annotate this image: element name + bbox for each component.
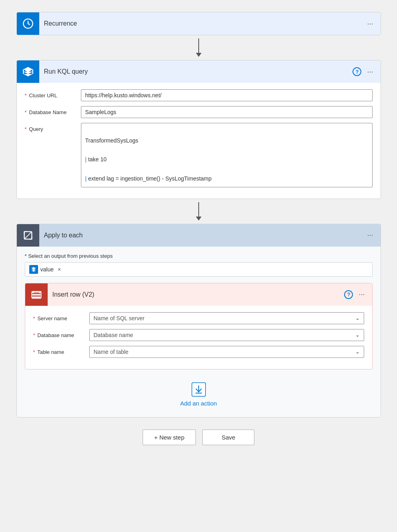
server-field-row: * Server name Name of SQL server ⌄	[33, 312, 364, 324]
bottom-buttons: + New step Save	[143, 430, 254, 445]
insert-header: Insert row (V2) ? ···	[25, 283, 372, 306]
db-name-select[interactable]: Database name ⌄	[89, 329, 364, 341]
insert-actions: ? ···	[339, 289, 372, 300]
cluster-field-row: * Cluster URL	[25, 89, 373, 101]
kql-more-button[interactable]: ···	[365, 66, 375, 78]
query-input[interactable]: TransformedSysLogs | take 10 | extend la…	[81, 123, 373, 187]
add-action-icon	[191, 381, 207, 397]
server-label: * Server name	[33, 312, 89, 321]
arrow-2	[196, 199, 202, 224]
arrow-line	[198, 38, 199, 53]
table-chevron-icon: ⌄	[355, 349, 360, 355]
apply-header: Apply to each ···	[17, 224, 381, 247]
table-label: * Table name	[33, 346, 89, 355]
query-field-row: * Query TransformedSysLogs | take 10 | e…	[25, 123, 373, 187]
apply-to-each-card: Apply to each ··· * Select an output fro…	[16, 224, 381, 418]
insert-icon	[25, 283, 48, 306]
apply-title: Apply to each	[39, 232, 360, 239]
kql-card: Run KQL query ? ··· * Cluster URL * Data…	[16, 60, 381, 199]
insert-body: * Server name Name of SQL server ⌄ * Dat…	[25, 306, 372, 369]
save-button[interactable]: Save	[202, 430, 254, 445]
arrow-head	[196, 53, 202, 57]
new-step-button[interactable]: + New step	[143, 430, 196, 445]
apply-actions: ···	[360, 229, 380, 241]
add-action-button[interactable]: Add an action	[180, 381, 217, 407]
cluster-label: * Cluster URL	[25, 89, 81, 98]
insert-row-card: Insert row (V2) ? ··· * Server name Name…	[25, 283, 373, 369]
insert-help-button[interactable]: ?	[344, 290, 353, 299]
insert-more-button[interactable]: ···	[357, 289, 366, 300]
apply-more-button[interactable]: ···	[365, 229, 375, 241]
flow-container: Recurrence ··· Run KQL query ?	[16, 12, 381, 445]
kql-help-button[interactable]: ?	[353, 67, 361, 76]
db-name-field-row: * Database name Database name ⌄	[33, 329, 364, 341]
cluster-required: *	[25, 92, 27, 98]
server-placeholder: Name of SQL server	[94, 315, 145, 321]
kql-icon	[17, 60, 39, 83]
apply-icon	[17, 224, 39, 247]
server-select[interactable]: Name of SQL server ⌄	[89, 312, 364, 324]
add-action-label: Add an action	[180, 400, 217, 407]
kql-header: Run KQL query ? ···	[17, 60, 381, 83]
table-select[interactable]: Name of table ⌄	[89, 346, 364, 358]
server-required: *	[33, 315, 35, 321]
recurrence-title: Recurrence	[39, 20, 360, 27]
database-field-row: * Database Name	[25, 106, 373, 118]
query-required: *	[25, 126, 27, 132]
recurrence-more-button[interactable]: ···	[365, 18, 375, 30]
query-line1: TransformedSysLogs	[85, 137, 139, 144]
output-tag-text: value	[40, 266, 54, 273]
arrow-line-2	[198, 202, 199, 217]
arrow-1	[196, 35, 202, 60]
recurrence-actions: ···	[360, 18, 380, 30]
recurrence-card: Recurrence ···	[16, 12, 381, 35]
output-tag-row: value ×	[25, 262, 373, 277]
output-tag-close[interactable]: ×	[58, 266, 61, 273]
svg-rect-5	[32, 294, 40, 296]
db-name-label: * Database name	[33, 329, 89, 338]
database-label: * Database Name	[25, 106, 81, 115]
kql-actions: ? ···	[347, 66, 380, 78]
recurrence-header: Recurrence ···	[17, 12, 381, 35]
cluster-input[interactable]	[81, 89, 373, 101]
output-tag-icon	[29, 265, 38, 274]
db-name-required: *	[33, 332, 35, 338]
db-name-chevron-icon: ⌄	[355, 332, 360, 338]
recurrence-icon	[17, 12, 39, 35]
kql-title: Run KQL query	[39, 68, 347, 75]
table-placeholder: Name of table	[94, 349, 129, 355]
query-line3-text: extend lag = ingestion_time() - SysLogTi…	[87, 175, 212, 182]
server-chevron-icon: ⌄	[355, 315, 360, 321]
database-required: *	[25, 109, 27, 115]
arrow-head-2	[196, 217, 202, 221]
table-field-row: * Table name Name of table ⌄	[33, 346, 364, 358]
insert-title: Insert row (V2)	[48, 291, 339, 298]
svg-rect-6	[32, 296, 40, 298]
db-name-placeholder: Database name	[94, 332, 133, 338]
apply-body: * Select an output from previous steps v…	[17, 247, 381, 417]
query-line2-text: take 10	[87, 156, 107, 163]
add-action-section: Add an action	[25, 369, 373, 411]
output-label: * Select an output from previous steps	[25, 253, 373, 259]
table-required: *	[33, 349, 35, 355]
kql-body: * Cluster URL * Database Name * Query Tr	[17, 83, 381, 199]
query-label: * Query	[25, 123, 81, 132]
database-input[interactable]	[81, 106, 373, 118]
